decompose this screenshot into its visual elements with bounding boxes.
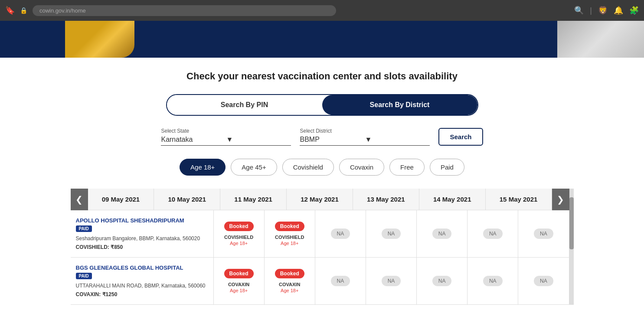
- date-header: 15 May 2021: [486, 189, 552, 210]
- date-header: 11 May 2021: [220, 189, 287, 210]
- status-na: NA: [534, 229, 553, 239]
- date-header: 12 May 2021: [287, 189, 353, 210]
- search-toggle: Search By PIN Search By District: [71, 94, 574, 116]
- hospital-rows: APOLLO HOSPITAL SHESHADRIPURAMPAIDSeshad…: [71, 210, 569, 305]
- district-value: BBMP: [300, 136, 365, 144]
- status-na: NA: [331, 276, 350, 286]
- hero-left-image: [65, 21, 134, 58]
- status-na: NA: [483, 276, 503, 286]
- slot-age: Age 18+: [281, 288, 298, 293]
- date-header: 13 May 2021: [353, 189, 419, 210]
- district-label: Select District: [300, 128, 430, 134]
- filter-chip-covishield[interactable]: Covishield: [282, 159, 334, 176]
- hospital-vaccine-price: COVAXIN: ₹1250: [76, 291, 208, 297]
- district-dropdown-arrow: ▼: [365, 136, 430, 144]
- scroll-area: ❮ 09 May 202110 May 202111 May 202112 Ma…: [71, 189, 574, 305]
- search-by-pin-button[interactable]: Search By PIN: [167, 95, 322, 115]
- filter-chip-paid[interactable]: Paid: [430, 159, 464, 176]
- paid-badge: PAID: [76, 273, 92, 279]
- status-booked: Booked: [275, 269, 304, 278]
- status-na: NA: [331, 229, 350, 239]
- district-select[interactable]: BBMP ▼: [300, 136, 430, 146]
- url-suffix: /home: [70, 7, 86, 14]
- hero-right-image: [557, 21, 644, 58]
- slot-cell: NA: [518, 258, 569, 304]
- paid-badge: PAID: [76, 225, 92, 232]
- extension-icon[interactable]: 🧩: [629, 6, 639, 15]
- slot-age: Age 18+: [230, 288, 248, 293]
- filter-chip-free[interactable]: Free: [389, 159, 425, 176]
- slot-cell: NA: [315, 258, 366, 304]
- slot-vaccine: COVISHIELD: [275, 235, 304, 240]
- hospital-info: APOLLO HOSPITAL SHESHADRIPURAMPAIDSeshad…: [71, 210, 214, 257]
- search-by-district-button[interactable]: Search By District: [322, 95, 477, 115]
- hospital-row: APOLLO HOSPITAL SHESHADRIPURAMPAIDSeshad…: [71, 210, 569, 258]
- browser-chrome: 🔖 🔒 cowin.gov.in/home 🔍 | 🦁 🔔 🧩: [0, 0, 644, 21]
- separator: |: [590, 6, 592, 15]
- search-filters-row: Select State Karnataka ▼ Select District…: [71, 128, 574, 146]
- url-prefix: cowin.gov.in: [39, 7, 70, 14]
- state-select-group: Select State Karnataka ▼: [161, 128, 291, 146]
- slot-vaccine: COVAXIN: [228, 282, 249, 287]
- hospital-info: BGS GLENEAGLES GLOBAL HOSPITALPAIDUTTARA…: [71, 258, 214, 304]
- prev-date-button[interactable]: ❮: [71, 189, 88, 210]
- slot-vaccine: COVAXIN: [279, 282, 300, 287]
- filter-chip-age-45+[interactable]: Age 45+: [231, 159, 277, 176]
- status-na: NA: [382, 276, 401, 286]
- state-value: Karnataka: [161, 136, 226, 144]
- address-bar[interactable]: cowin.gov.in/home: [33, 5, 336, 16]
- scrollbar-thumb[interactable]: [569, 197, 574, 249]
- date-header: 10 May 2021: [154, 189, 220, 210]
- hospital-name: APOLLO HOSPITAL SHESHADRIPURAM: [76, 217, 208, 224]
- slot-cell: NA: [366, 210, 417, 257]
- status-booked: Booked: [224, 222, 254, 231]
- lock-icon: 🔒: [20, 7, 27, 14]
- date-nav: ❮ 09 May 202110 May 202111 May 202112 Ma…: [71, 189, 569, 210]
- scrollbar-track[interactable]: [569, 189, 574, 305]
- status-booked: Booked: [224, 269, 254, 278]
- slot-cell: BookedCOVISHIELDAge 18+: [265, 210, 315, 257]
- bookmark-icon[interactable]: 🔖: [5, 6, 15, 15]
- state-label: Select State: [161, 128, 291, 134]
- filter-chips: Age 18+Age 45+CovishieldCovaxinFreePaid: [71, 159, 574, 176]
- date-cells: BookedCOVAXINAge 18+BookedCOVAXINAge 18+…: [214, 258, 569, 304]
- next-date-button[interactable]: ❯: [552, 189, 569, 210]
- filter-chip-covaxin[interactable]: Covaxin: [339, 159, 384, 176]
- district-select-group: Select District BBMP ▼: [300, 128, 430, 146]
- hospital-address: Seshadripuram Bangalore, BBMP, Karnataka…: [76, 235, 208, 242]
- search-button[interactable]: Search: [438, 128, 483, 146]
- date-headers: 09 May 202110 May 202111 May 202112 May …: [88, 189, 552, 210]
- toggle-container: Search By PIN Search By District: [166, 94, 478, 116]
- date-cells: BookedCOVISHIELDAge 18+BookedCOVISHIELDA…: [214, 210, 569, 257]
- slot-cell: BookedCOVAXINAge 18+: [265, 258, 315, 304]
- status-booked: Booked: [275, 222, 304, 231]
- filter-chip-age-18+[interactable]: Age 18+: [180, 159, 226, 176]
- slot-cell: BookedCOVISHIELDAge 18+: [214, 210, 265, 257]
- hospital-name: BGS GLENEAGLES GLOBAL HOSPITAL: [76, 264, 208, 271]
- state-dropdown-arrow: ▼: [226, 136, 291, 144]
- date-header: 14 May 2021: [419, 189, 486, 210]
- slot-cell: NA: [467, 210, 518, 257]
- browser-icons: 🔍 | 🦁 🔔 🧩: [574, 6, 639, 15]
- date-header: 09 May 2021: [88, 189, 154, 210]
- results-section: ❮ 09 May 202110 May 202111 May 202112 Ma…: [71, 189, 574, 305]
- state-select[interactable]: Karnataka ▼: [161, 136, 291, 146]
- slot-cell: NA: [417, 210, 467, 257]
- hospital-address: UTTARAHALLI MAIN ROAD, BBMP, Karnataka, …: [76, 282, 208, 290]
- slot-cell: NA: [315, 210, 366, 257]
- brave-icon[interactable]: 🦁: [598, 6, 608, 15]
- search-icon[interactable]: 🔍: [574, 6, 584, 15]
- status-na: NA: [483, 229, 503, 239]
- slot-age: Age 18+: [230, 241, 248, 246]
- slot-cell: NA: [467, 258, 518, 304]
- slot-age: Age 18+: [281, 241, 298, 246]
- status-na: NA: [382, 229, 401, 239]
- notification-icon[interactable]: 🔔: [614, 6, 623, 15]
- slot-cell: NA: [366, 258, 417, 304]
- slot-cell: NA: [518, 210, 569, 257]
- hero-banner: [0, 21, 644, 58]
- slot-cell: BookedCOVAXINAge 18+: [214, 258, 265, 304]
- main-content: Check your nearest vaccination center an…: [62, 58, 582, 313]
- page-title: Check your nearest vaccination center an…: [71, 71, 574, 82]
- slot-vaccine: COVISHIELD: [224, 235, 253, 240]
